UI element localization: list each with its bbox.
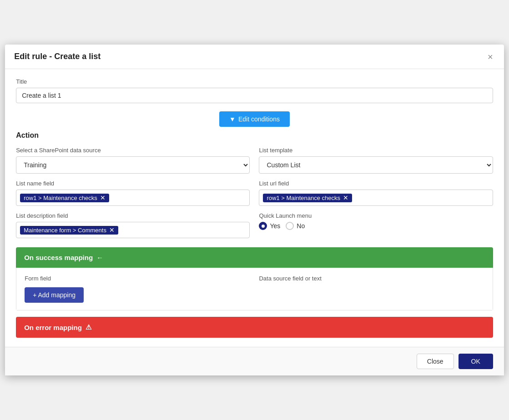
mapping-column-headers: Form field Data source field or text <box>25 275 484 282</box>
error-mapping-section: On error mapping ⚠ <box>16 317 493 338</box>
add-mapping-button[interactable]: + Add mapping <box>25 287 84 303</box>
modal-container: Edit rule - Create a list × Title ▼ Edit… <box>5 45 504 375</box>
success-mapping-body: Form field Data source field or text + A… <box>16 268 493 310</box>
datasource-label: Select a SharePoint data source <box>16 147 250 154</box>
list-name-label: List name field <box>16 180 250 187</box>
list-name-input[interactable]: row1 > Maintenance checks ✕ <box>16 190 250 206</box>
close-x-button[interactable]: × <box>486 52 495 61</box>
error-mapping-header[interactable]: On error mapping ⚠ <box>16 317 493 338</box>
edit-conditions-row: ▼ Edit conditions <box>16 111 493 127</box>
data-source-col-label: Data source field or text <box>259 275 484 282</box>
list-name-tag-text: row1 > Maintenance checks <box>24 195 97 201</box>
close-button[interactable]: Close <box>417 354 454 369</box>
quick-launch-yes-label[interactable]: Yes <box>259 222 280 230</box>
list-template-select[interactable]: Custom List <box>259 156 493 174</box>
list-description-group: List description field Maintenance form … <box>16 212 250 238</box>
success-mapping-header[interactable]: On success mapping ← <box>16 247 493 268</box>
list-url-label: List url field <box>259 180 493 187</box>
list-description-tag-text: Maintenance form > Comments <box>24 227 106 234</box>
title-input[interactable] <box>16 88 493 103</box>
list-name-tag-close[interactable]: ✕ <box>100 195 106 201</box>
list-url-input[interactable]: row1 > Maintenance checks ✕ <box>259 190 493 206</box>
list-template-group: List template Custom List <box>259 147 493 174</box>
list-name-group: List name field row1 > Maintenance check… <box>16 180 250 206</box>
datasource-template-row: Select a SharePoint data source Training… <box>16 147 493 174</box>
list-name-tag: row1 > Maintenance checks ✕ <box>20 194 109 202</box>
datasource-select[interactable]: Training <box>16 156 250 174</box>
modal-header: Edit rule - Create a list × <box>5 45 504 69</box>
quick-launch-no-radio[interactable] <box>286 222 294 230</box>
list-url-group: List url field row1 > Maintenance checks… <box>259 180 493 206</box>
modal-footer: Close OK <box>5 347 504 375</box>
quick-launch-yes-text: Yes <box>270 222 280 230</box>
list-description-label: List description field <box>16 212 250 219</box>
modal-body: Title ▼ Edit conditions Action Select a … <box>5 69 504 347</box>
datasource-group: Select a SharePoint data source Training <box>16 147 250 174</box>
quick-launch-no-text: No <box>297 222 305 230</box>
list-template-label: List template <box>259 147 493 154</box>
edit-conditions-label: Edit conditions <box>238 115 280 123</box>
filter-icon: ▼ <box>229 115 236 123</box>
title-group: Title <box>16 78 493 103</box>
list-name-url-row: List name field row1 > Maintenance check… <box>16 180 493 206</box>
quick-launch-yes-radio[interactable] <box>259 222 267 230</box>
success-mapping-title: On success mapping <box>24 254 93 261</box>
action-label: Action <box>16 131 493 140</box>
list-url-tag-text: row1 > Maintenance checks <box>267 195 340 201</box>
title-label: Title <box>16 78 493 85</box>
form-field-col-label: Form field <box>25 275 250 282</box>
error-mapping-warning-icon: ⚠ <box>86 323 91 331</box>
list-description-tag: Maintenance form > Comments ✕ <box>20 226 118 235</box>
list-description-tag-close[interactable]: ✕ <box>109 227 115 233</box>
modal-title: Edit rule - Create a list <box>14 52 101 61</box>
list-url-tag-close[interactable]: ✕ <box>343 195 348 201</box>
error-mapping-title: On error mapping <box>24 324 82 331</box>
list-description-input[interactable]: Maintenance form > Comments ✕ <box>16 222 250 238</box>
success-mapping-arrow-icon: ← <box>96 254 103 261</box>
ok-button[interactable]: OK <box>459 354 493 369</box>
quick-launch-no-label[interactable]: No <box>286 222 305 230</box>
list-desc-quicklaunch-row: List description field Maintenance form … <box>16 212 493 238</box>
list-url-tag: row1 > Maintenance checks ✕ <box>263 194 352 202</box>
success-mapping-section: On success mapping ← Form field Data sou… <box>16 247 493 310</box>
quick-launch-radio-row: Yes No <box>259 222 493 230</box>
edit-conditions-button[interactable]: ▼ Edit conditions <box>219 111 290 127</box>
quick-launch-group: Quick Launch menu Yes No <box>259 212 493 238</box>
quick-launch-label: Quick Launch menu <box>259 212 493 219</box>
